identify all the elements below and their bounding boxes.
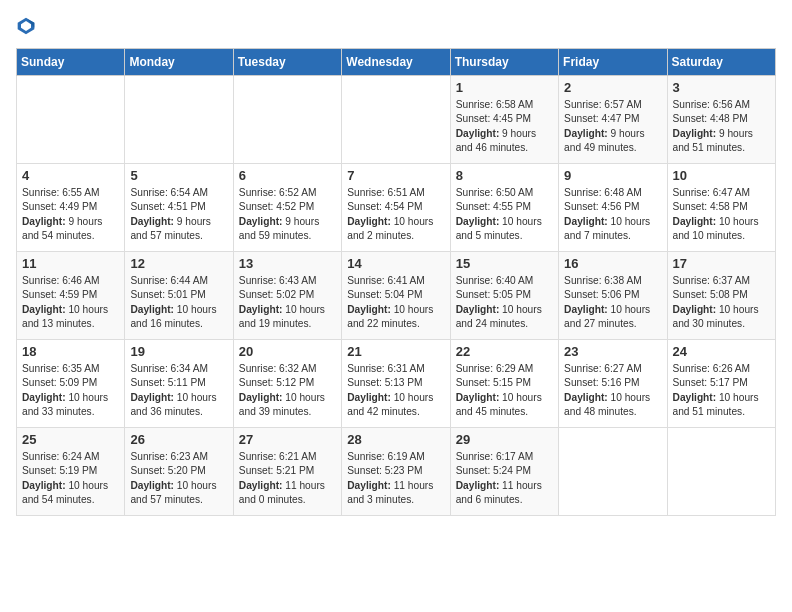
calendar-cell: 24Sunrise: 6:26 AMSunset: 5:17 PMDayligh… bbox=[667, 340, 775, 428]
day-info: Sunrise: 6:35 AMSunset: 5:09 PMDaylight:… bbox=[22, 362, 119, 419]
day-number: 26 bbox=[130, 432, 227, 447]
calendar-cell: 13Sunrise: 6:43 AMSunset: 5:02 PMDayligh… bbox=[233, 252, 341, 340]
day-number: 3 bbox=[673, 80, 770, 95]
day-info: Sunrise: 6:29 AMSunset: 5:15 PMDaylight:… bbox=[456, 362, 553, 419]
day-info: Sunrise: 6:38 AMSunset: 5:06 PMDaylight:… bbox=[564, 274, 661, 331]
day-info: Sunrise: 6:21 AMSunset: 5:21 PMDaylight:… bbox=[239, 450, 336, 507]
calendar-cell: 26Sunrise: 6:23 AMSunset: 5:20 PMDayligh… bbox=[125, 428, 233, 516]
day-number: 21 bbox=[347, 344, 444, 359]
calendar-week-row: 4Sunrise: 6:55 AMSunset: 4:49 PMDaylight… bbox=[17, 164, 776, 252]
weekday-header-row: SundayMondayTuesdayWednesdayThursdayFrid… bbox=[17, 49, 776, 76]
day-info: Sunrise: 6:40 AMSunset: 5:05 PMDaylight:… bbox=[456, 274, 553, 331]
weekday-header-saturday: Saturday bbox=[667, 49, 775, 76]
calendar-cell: 7Sunrise: 6:51 AMSunset: 4:54 PMDaylight… bbox=[342, 164, 450, 252]
calendar-week-row: 1Sunrise: 6:58 AMSunset: 4:45 PMDaylight… bbox=[17, 76, 776, 164]
day-info: Sunrise: 6:56 AMSunset: 4:48 PMDaylight:… bbox=[673, 98, 770, 155]
calendar-cell: 1Sunrise: 6:58 AMSunset: 4:45 PMDaylight… bbox=[450, 76, 558, 164]
calendar-cell: 8Sunrise: 6:50 AMSunset: 4:55 PMDaylight… bbox=[450, 164, 558, 252]
day-info: Sunrise: 6:55 AMSunset: 4:49 PMDaylight:… bbox=[22, 186, 119, 243]
day-info: Sunrise: 6:37 AMSunset: 5:08 PMDaylight:… bbox=[673, 274, 770, 331]
calendar-cell: 25Sunrise: 6:24 AMSunset: 5:19 PMDayligh… bbox=[17, 428, 125, 516]
logo-icon bbox=[16, 16, 36, 36]
day-number: 24 bbox=[673, 344, 770, 359]
day-info: Sunrise: 6:47 AMSunset: 4:58 PMDaylight:… bbox=[673, 186, 770, 243]
calendar-cell bbox=[559, 428, 667, 516]
calendar-cell: 12Sunrise: 6:44 AMSunset: 5:01 PMDayligh… bbox=[125, 252, 233, 340]
calendar-cell: 3Sunrise: 6:56 AMSunset: 4:48 PMDaylight… bbox=[667, 76, 775, 164]
calendar-cell: 28Sunrise: 6:19 AMSunset: 5:23 PMDayligh… bbox=[342, 428, 450, 516]
weekday-header-monday: Monday bbox=[125, 49, 233, 76]
day-number: 5 bbox=[130, 168, 227, 183]
day-number: 27 bbox=[239, 432, 336, 447]
calendar-week-row: 25Sunrise: 6:24 AMSunset: 5:19 PMDayligh… bbox=[17, 428, 776, 516]
weekday-header-wednesday: Wednesday bbox=[342, 49, 450, 76]
day-number: 10 bbox=[673, 168, 770, 183]
day-info: Sunrise: 6:50 AMSunset: 4:55 PMDaylight:… bbox=[456, 186, 553, 243]
calendar-cell: 19Sunrise: 6:34 AMSunset: 5:11 PMDayligh… bbox=[125, 340, 233, 428]
day-number: 11 bbox=[22, 256, 119, 271]
day-number: 19 bbox=[130, 344, 227, 359]
calendar-cell: 20Sunrise: 6:32 AMSunset: 5:12 PMDayligh… bbox=[233, 340, 341, 428]
day-info: Sunrise: 6:23 AMSunset: 5:20 PMDaylight:… bbox=[130, 450, 227, 507]
day-info: Sunrise: 6:54 AMSunset: 4:51 PMDaylight:… bbox=[130, 186, 227, 243]
day-info: Sunrise: 6:34 AMSunset: 5:11 PMDaylight:… bbox=[130, 362, 227, 419]
calendar-cell: 10Sunrise: 6:47 AMSunset: 4:58 PMDayligh… bbox=[667, 164, 775, 252]
day-number: 15 bbox=[456, 256, 553, 271]
day-number: 23 bbox=[564, 344, 661, 359]
page-header bbox=[16, 16, 776, 36]
day-info: Sunrise: 6:31 AMSunset: 5:13 PMDaylight:… bbox=[347, 362, 444, 419]
calendar-cell: 4Sunrise: 6:55 AMSunset: 4:49 PMDaylight… bbox=[17, 164, 125, 252]
day-info: Sunrise: 6:26 AMSunset: 5:17 PMDaylight:… bbox=[673, 362, 770, 419]
weekday-header-sunday: Sunday bbox=[17, 49, 125, 76]
day-number: 9 bbox=[564, 168, 661, 183]
calendar-cell: 27Sunrise: 6:21 AMSunset: 5:21 PMDayligh… bbox=[233, 428, 341, 516]
day-number: 4 bbox=[22, 168, 119, 183]
calendar-cell bbox=[233, 76, 341, 164]
calendar-week-row: 18Sunrise: 6:35 AMSunset: 5:09 PMDayligh… bbox=[17, 340, 776, 428]
day-info: Sunrise: 6:44 AMSunset: 5:01 PMDaylight:… bbox=[130, 274, 227, 331]
calendar-cell: 15Sunrise: 6:40 AMSunset: 5:05 PMDayligh… bbox=[450, 252, 558, 340]
day-info: Sunrise: 6:46 AMSunset: 4:59 PMDaylight:… bbox=[22, 274, 119, 331]
calendar-cell: 11Sunrise: 6:46 AMSunset: 4:59 PMDayligh… bbox=[17, 252, 125, 340]
calendar-week-row: 11Sunrise: 6:46 AMSunset: 4:59 PMDayligh… bbox=[17, 252, 776, 340]
calendar-cell: 2Sunrise: 6:57 AMSunset: 4:47 PMDaylight… bbox=[559, 76, 667, 164]
weekday-header-friday: Friday bbox=[559, 49, 667, 76]
calendar-cell bbox=[342, 76, 450, 164]
calendar-cell: 18Sunrise: 6:35 AMSunset: 5:09 PMDayligh… bbox=[17, 340, 125, 428]
calendar-cell bbox=[125, 76, 233, 164]
calendar-cell: 14Sunrise: 6:41 AMSunset: 5:04 PMDayligh… bbox=[342, 252, 450, 340]
day-info: Sunrise: 6:57 AMSunset: 4:47 PMDaylight:… bbox=[564, 98, 661, 155]
calendar-cell: 23Sunrise: 6:27 AMSunset: 5:16 PMDayligh… bbox=[559, 340, 667, 428]
day-number: 25 bbox=[22, 432, 119, 447]
day-number: 7 bbox=[347, 168, 444, 183]
day-info: Sunrise: 6:58 AMSunset: 4:45 PMDaylight:… bbox=[456, 98, 553, 155]
day-number: 17 bbox=[673, 256, 770, 271]
calendar-cell: 29Sunrise: 6:17 AMSunset: 5:24 PMDayligh… bbox=[450, 428, 558, 516]
day-number: 22 bbox=[456, 344, 553, 359]
day-info: Sunrise: 6:24 AMSunset: 5:19 PMDaylight:… bbox=[22, 450, 119, 507]
day-info: Sunrise: 6:17 AMSunset: 5:24 PMDaylight:… bbox=[456, 450, 553, 507]
calendar-cell: 21Sunrise: 6:31 AMSunset: 5:13 PMDayligh… bbox=[342, 340, 450, 428]
day-number: 8 bbox=[456, 168, 553, 183]
weekday-header-tuesday: Tuesday bbox=[233, 49, 341, 76]
day-info: Sunrise: 6:32 AMSunset: 5:12 PMDaylight:… bbox=[239, 362, 336, 419]
day-info: Sunrise: 6:51 AMSunset: 4:54 PMDaylight:… bbox=[347, 186, 444, 243]
calendar-cell: 5Sunrise: 6:54 AMSunset: 4:51 PMDaylight… bbox=[125, 164, 233, 252]
day-info: Sunrise: 6:19 AMSunset: 5:23 PMDaylight:… bbox=[347, 450, 444, 507]
calendar-cell: 9Sunrise: 6:48 AMSunset: 4:56 PMDaylight… bbox=[559, 164, 667, 252]
day-number: 29 bbox=[456, 432, 553, 447]
weekday-header-thursday: Thursday bbox=[450, 49, 558, 76]
calendar-cell: 6Sunrise: 6:52 AMSunset: 4:52 PMDaylight… bbox=[233, 164, 341, 252]
day-number: 28 bbox=[347, 432, 444, 447]
day-number: 18 bbox=[22, 344, 119, 359]
day-number: 6 bbox=[239, 168, 336, 183]
day-number: 14 bbox=[347, 256, 444, 271]
day-info: Sunrise: 6:48 AMSunset: 4:56 PMDaylight:… bbox=[564, 186, 661, 243]
calendar-cell bbox=[667, 428, 775, 516]
calendar-cell: 22Sunrise: 6:29 AMSunset: 5:15 PMDayligh… bbox=[450, 340, 558, 428]
day-number: 16 bbox=[564, 256, 661, 271]
day-number: 1 bbox=[456, 80, 553, 95]
calendar-cell: 16Sunrise: 6:38 AMSunset: 5:06 PMDayligh… bbox=[559, 252, 667, 340]
day-number: 20 bbox=[239, 344, 336, 359]
day-info: Sunrise: 6:43 AMSunset: 5:02 PMDaylight:… bbox=[239, 274, 336, 331]
